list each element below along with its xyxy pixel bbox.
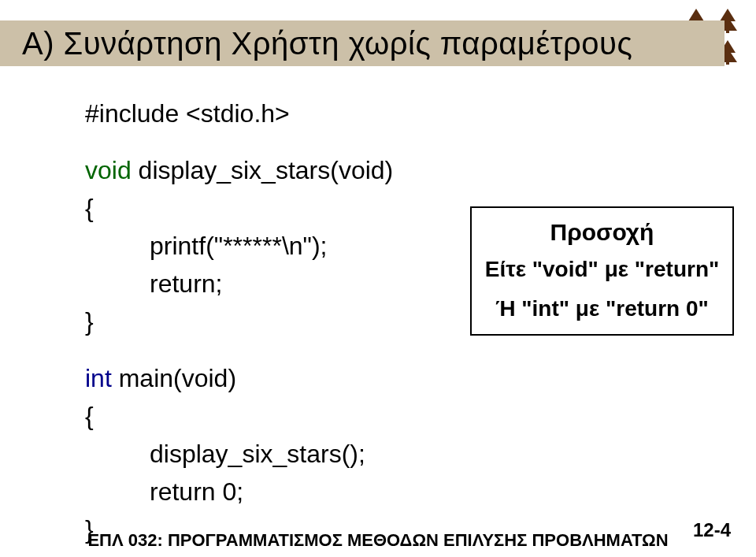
svg-rect-3 [726,61,729,65]
code-blank [47,132,709,151]
warning-callout: Προσοχή Είτε "void" με "return" Ή "int" … [470,206,734,336]
code-line: return 0; [47,473,709,511]
code-blank [47,340,709,359]
keyword-void: void [85,156,132,184]
callout-title: Προσοχή [480,219,724,246]
page-number: 12-4 [693,519,731,541]
code-line: display_six_stars(); [47,435,709,473]
svg-rect-1 [726,29,729,33]
code-line: { [47,397,709,435]
slide-title: Α) Συνάρτηση Χρήστη χωρίς παραμέτρους [0,26,632,61]
keyword-int: int [85,364,112,392]
code-line: int main(void) [47,359,709,397]
slide-footer: ΕΠΛ 032: ΠΡΟΓΡΑΜΜΑΤΙΣΜΟΣ ΜΕΘΟΔΩΝ ΕΠΙΛΥΣΗ… [0,530,756,551]
code-text: main(void) [112,364,236,392]
callout-text: Είτε "void" με "return" [480,257,724,282]
code-line: void display_six_stars(void) [47,151,709,189]
slide-title-bar: Α) Συνάρτηση Χρήστη χωρίς παραμέτρους [0,20,724,66]
callout-text: Ή "int" με "return 0" [480,296,724,321]
code-line: #include <stdio.h> [47,95,709,132]
code-text: display_six_stars(void) [132,156,394,184]
